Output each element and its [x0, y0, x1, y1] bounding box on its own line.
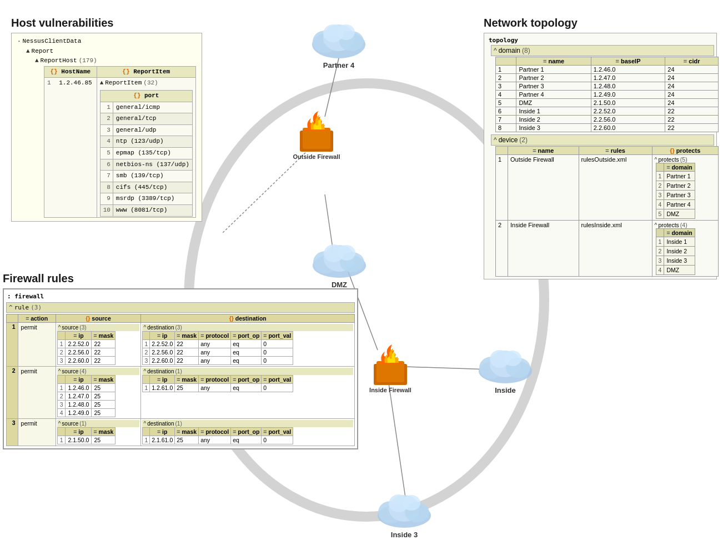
rule-header: ^ rule (3): [6, 302, 355, 313]
reporthost-tag: ReportHost: [41, 56, 77, 66]
inside-cloud: Inside: [475, 344, 536, 394]
src-row: 11.2.46.025: [57, 384, 116, 392]
dest-row: 3 2.2.60.0 22 any eq 0: [143, 357, 293, 365]
host-vulnerabilities-section: Host vulnerabilities · NessusClientData …: [11, 17, 202, 222]
expand-domain[interactable]: ^: [494, 47, 497, 54]
port-row: 9msrdp (3389/tcp): [100, 193, 192, 205]
outside-firewall-label: Outside Firewall: [283, 153, 350, 161]
port-row: 3general/udp: [100, 124, 192, 136]
domain-row: 6Inside 12.2.52.022: [496, 107, 719, 116]
src-table: = ip = mask 12.2.52.02222.2.56.02232.2.6…: [57, 331, 116, 365]
domain-row: 4Partner 41.2.49.024: [496, 91, 719, 99]
partner4-cloud: Partner 4: [308, 17, 369, 69]
svg-line-6: [222, 150, 308, 233]
src-row: 22.2.56.022: [57, 348, 116, 357]
fw-table-title: : firewall: [6, 292, 355, 301]
port-row: 2general/tcp: [100, 113, 192, 125]
reporthost-count: (179): [79, 56, 97, 66]
network-topo-title: Network topology: [484, 17, 717, 29]
topology-label: topology: [486, 36, 714, 45]
src-row: 31.2.48.025: [57, 401, 116, 409]
device-count: (2): [519, 136, 528, 144]
device-row: 2Inside FirewallrulesInside.xml ^ protec…: [496, 221, 719, 277]
svg-point-18: [338, 245, 355, 261]
protect-domain-row: 1Inside 1: [656, 237, 695, 247]
svg-rect-34: [376, 361, 404, 382]
src-table: = ip = mask 12.1.50.025: [57, 427, 116, 444]
inside3-label: Inside 3: [374, 531, 435, 539]
fw-rules-title: Firewall rules: [3, 272, 358, 285]
port-table: {} port 1general/icmp2general/tcp3genera…: [100, 90, 193, 217]
domain-row: 8Inside 32.2.60.022: [496, 124, 719, 132]
port-row: 10www (8081/tcp): [100, 204, 192, 216]
expand-device[interactable]: ^: [494, 136, 497, 144]
protect-domain-row: 3Partner 3: [656, 191, 695, 200]
host-ip: 1.2.46.85: [59, 79, 92, 86]
svg-line-5: [389, 383, 405, 497]
firewall-rules-section: Firewall rules : firewall ^ rule (3) = a…: [3, 272, 358, 449]
rule-row: 1 permit ^ source (3) = ip = mask 12.2.5…: [7, 323, 355, 367]
inside-label: Inside: [475, 386, 536, 394]
dest-row: 2 2.2.56.0 22 any eq 0: [143, 348, 293, 357]
protect-domain-row: 4DMZ: [656, 266, 695, 275]
port-row: 1general/icmp: [100, 102, 192, 113]
dest-row: 1 2.2.52.0 22 any eq 0: [143, 340, 293, 348]
port-row: 6netbios-ns (137/udp): [100, 159, 192, 171]
firewall-prefix: :: [7, 293, 14, 300]
port-row: 4ntp (123/udp): [100, 136, 192, 148]
protect-domain-row: 5DMZ: [656, 209, 695, 219]
src-row: 12.1.50.025: [57, 436, 116, 444]
svg-point-30: [403, 495, 420, 511]
domain-label: domain: [499, 47, 520, 54]
rule-row: 2 permit ^ source (4) = ip = mask 11.2.4…: [7, 367, 355, 419]
rules-main-table: = action {} source {} destination 1 perm…: [6, 314, 355, 446]
protects-table: = domain 1Inside 12Inside 23Inside 34DMZ: [656, 228, 695, 275]
dest-table: = ip = mask = protocol = port_op = port_…: [142, 331, 293, 365]
host-row: 1 1.2.46.85 ▲ ReportItem (32): [44, 78, 196, 217]
partner4-label: Partner 4: [308, 61, 369, 69]
domain-row: 1Partner 11.2.46.024: [496, 66, 719, 74]
src-table: = ip = mask 11.2.46.02521.2.47.02531.2.4…: [57, 375, 116, 417]
inside-firewall-icon: Inside Firewall: [357, 342, 424, 394]
fw-table-container: : firewall ^ rule (3) = action {} source…: [3, 288, 358, 449]
device-label: device: [499, 136, 518, 144]
domain-row: 7Inside 22.2.56.022: [496, 116, 719, 124]
src-row: 41.2.49.025: [57, 409, 116, 417]
hostname-col: {} HostName: [44, 66, 97, 78]
device-table: = name = rules {} protects 1Outside Fire…: [495, 146, 719, 277]
protect-domain-row: 4Partner 4: [656, 200, 695, 209]
svg-rect-32: [303, 128, 330, 149]
svg-point-24: [504, 351, 521, 366]
host-vuln-title: Host vulnerabilities: [11, 17, 202, 29]
domain-table: = name = baseIP = cidr 1Partner 11.2.46.…: [495, 57, 719, 132]
device-row: 1Outside FirewallrulesOutside.xml ^ prot…: [496, 155, 719, 221]
reportitem-col: {} ReportItem: [97, 66, 195, 78]
svg-point-12: [337, 24, 355, 40]
domain-row: 5DMZ2.1.50.024: [496, 99, 719, 107]
report-tag: Report: [32, 47, 54, 57]
dest-table: = ip = mask = protocol = port_op = port_…: [142, 427, 293, 444]
src-row: 21.2.47.025: [57, 392, 116, 401]
dest-row: 1 1.2.61.0 25 any eq 0: [143, 384, 293, 392]
protect-domain-row: 3Inside 3: [656, 256, 695, 266]
dmz-cloud: DMZ: [309, 239, 370, 289]
port-row: 7smb (139/tcp): [100, 171, 192, 182]
src-row: 12.2.52.022: [57, 340, 116, 348]
port-row: 8cifs (445/tcp): [100, 182, 192, 193]
network-topology-section: Network topology topology ^ domain (8) =…: [484, 17, 717, 279]
domain-row: 2Partner 21.2.47.024: [496, 74, 719, 82]
expand-report[interactable]: ▲: [26, 47, 30, 57]
outside-firewall-icon: Outside Firewall: [283, 108, 350, 161]
port-row: 5epmap (135/tcp): [100, 147, 192, 159]
protects-table: = domain 1Partner 12Partner 23Partner 34…: [656, 163, 695, 219]
dest-row: 1 2.1.61.0 25 any eq 0: [143, 436, 293, 444]
dest-table: = ip = mask = protocol = port_op = port_…: [142, 375, 293, 392]
protect-domain-row: 1Partner 1: [656, 172, 695, 181]
dmz-label: DMZ: [309, 281, 370, 289]
inside3-cloud: Inside 3: [374, 489, 435, 539]
domain-count: (8): [522, 47, 530, 54]
src-row: 32.2.60.022: [57, 357, 116, 365]
bullet: ·: [17, 37, 21, 47]
expand-reporthost[interactable]: ▲: [35, 56, 39, 66]
domain-row: 3Partner 31.2.48.024: [496, 82, 719, 91]
